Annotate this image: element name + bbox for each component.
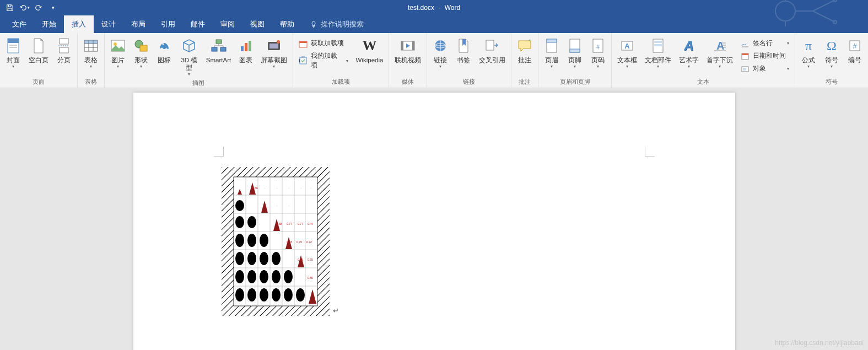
- chevron-down-icon: ▾: [657, 64, 659, 69]
- number-button[interactable]: # 编号: [844, 35, 866, 65]
- svg-text:0.77: 0.77: [298, 222, 303, 225]
- embedded-plot-image[interactable]: 0.86····· ··· 0.580.770.770.44 0.830.790…: [222, 167, 330, 316]
- svg-text:A: A: [624, 42, 630, 50]
- datetime-icon: [741, 52, 750, 61]
- svg-rect-19: [140, 45, 147, 51]
- chevron-down-icon: ▾: [12, 64, 14, 69]
- 3d-models-button[interactable]: 3D 模型▾: [176, 35, 202, 78]
- crossref-icon: [484, 36, 500, 55]
- bookmark-button[interactable]: 书签: [452, 35, 475, 65]
- table-icon: [83, 36, 99, 55]
- chart-button[interactable]: 图表: [235, 35, 257, 65]
- svg-rect-25: [245, 43, 247, 51]
- symbol-button[interactable]: Ω 符号▾: [821, 35, 843, 70]
- header-button[interactable]: 页眉▾: [541, 35, 563, 70]
- tab-home[interactable]: 开始: [34, 15, 64, 33]
- textbox-button[interactable]: A 文本框▾: [614, 35, 640, 70]
- icons-icon: [157, 36, 172, 55]
- tab-layout[interactable]: 布局: [123, 15, 153, 33]
- tab-file[interactable]: 文件: [4, 15, 34, 33]
- tab-help[interactable]: 帮助: [272, 15, 302, 33]
- svg-point-77: [235, 200, 244, 211]
- symbol-icon: Ω: [827, 36, 837, 55]
- svg-point-96: [284, 288, 293, 301]
- tab-design[interactable]: 设计: [94, 15, 123, 33]
- icons-button[interactable]: 图标: [153, 35, 175, 65]
- svg-text:0.75: 0.75: [308, 258, 313, 261]
- tell-me-search[interactable]: 操作说明搜索: [302, 15, 364, 33]
- group-headerfooter: 页眉▾ 页脚▾ # 页码▾ 页眉和页脚: [538, 33, 612, 88]
- svg-rect-48: [654, 41, 662, 43]
- dropcap-button[interactable]: A 首字下沉▾: [703, 35, 736, 70]
- svg-point-97: [296, 288, 305, 301]
- footer-icon: [568, 36, 581, 55]
- tab-insert[interactable]: 插入: [64, 15, 94, 33]
- page-number-button[interactable]: # 页码▾: [587, 35, 609, 70]
- page-break-icon: [57, 36, 71, 55]
- document-canvas[interactable]: 0.86····· ··· 0.580.770.770.44 0.830.790…: [0, 88, 868, 350]
- lightbulb-icon: [310, 20, 317, 28]
- group-text-label: 文本: [614, 77, 792, 88]
- object-button[interactable]: 对象▾: [737, 63, 792, 74]
- object-icon: [741, 64, 750, 73]
- chevron-down-icon: ▾: [787, 41, 789, 46]
- group-tables: 表格▾ 表格: [78, 33, 105, 88]
- smartart-button[interactable]: SmartArt: [203, 35, 234, 65]
- screenshot-button[interactable]: 屏幕截图▾: [258, 35, 290, 70]
- datetime-button[interactable]: 日期和时间: [737, 50, 792, 62]
- svg-point-89: [260, 270, 268, 283]
- wikipedia-button[interactable]: W Wikipedia: [353, 35, 386, 65]
- equation-button[interactable]: π 公式▾: [797, 35, 820, 70]
- equation-icon: π: [805, 36, 812, 55]
- group-media: 联机视频 媒体: [389, 33, 427, 88]
- textbox-icon: A: [620, 36, 634, 55]
- signature-line-button[interactable]: 签名行▾: [737, 37, 792, 49]
- tab-review[interactable]: 审阅: [213, 15, 242, 33]
- decorative-circuit-icon: [769, 0, 857, 28]
- group-headerfooter-label: 页眉和页脚: [541, 77, 609, 88]
- chart-icon: [239, 36, 253, 55]
- group-links-label: 链接: [429, 77, 509, 88]
- qat-customize-button[interactable]: ▾: [46, 1, 60, 14]
- svg-text:0.83: 0.83: [287, 240, 292, 244]
- svg-text:0.88: 0.88: [298, 258, 303, 261]
- svg-text:0.85: 0.85: [308, 276, 313, 279]
- svg-rect-28: [269, 44, 278, 49]
- footer-button[interactable]: 页脚▾: [564, 35, 586, 70]
- svg-rect-38: [486, 40, 494, 50]
- document-name: test.docx: [408, 4, 434, 12]
- tab-view[interactable]: 视图: [242, 15, 272, 33]
- comment-button[interactable]: 批注: [514, 35, 536, 65]
- group-symbols: π 公式▾ Ω 符号▾ # 编号 符号: [795, 33, 868, 88]
- title-bar: ▾ ▾ test.docx - Word: [0, 0, 868, 15]
- save-button[interactable]: [3, 1, 17, 14]
- picture-icon: [110, 36, 126, 55]
- tab-mailings[interactable]: 邮件: [183, 15, 213, 33]
- link-button[interactable]: 链接▾: [429, 35, 451, 70]
- blank-page-button[interactable]: 空白页: [25, 35, 52, 65]
- wordart-button[interactable]: A 艺术字▾: [676, 35, 702, 70]
- shapes-button[interactable]: 形状▾: [130, 35, 152, 70]
- chevron-down-icon: ▾: [273, 64, 275, 69]
- svg-rect-22: [212, 47, 217, 51]
- online-video-button[interactable]: 联机视频: [391, 35, 424, 65]
- svg-point-79: [247, 216, 256, 228]
- group-symbols-label: 符号: [797, 77, 866, 88]
- cover-page-button[interactable]: 封面▾: [2, 35, 24, 70]
- picture-button[interactable]: 图片▾: [107, 35, 129, 70]
- my-addins-button[interactable]: 我的加载项 ▾: [295, 50, 352, 71]
- cross-reference-button[interactable]: 交叉引用: [476, 35, 509, 65]
- undo-button[interactable]: ▾: [18, 1, 31, 14]
- svg-rect-40: [547, 39, 557, 42]
- quick-parts-button[interactable]: 文档部件▾: [641, 35, 675, 70]
- get-addins-button[interactable]: 获取加载项: [295, 37, 352, 49]
- quick-access-toolbar: ▾ ▾: [0, 1, 60, 14]
- svg-text:0.86: 0.86: [252, 186, 258, 190]
- cube-icon: [181, 36, 197, 55]
- group-addins-label: 加载项: [295, 77, 386, 88]
- table-button[interactable]: 表格▾: [80, 35, 102, 70]
- quickparts-icon: [651, 36, 665, 55]
- redo-button[interactable]: [32, 1, 45, 14]
- tab-references[interactable]: 引用: [153, 15, 183, 33]
- page-break-button[interactable]: 分页: [53, 35, 75, 65]
